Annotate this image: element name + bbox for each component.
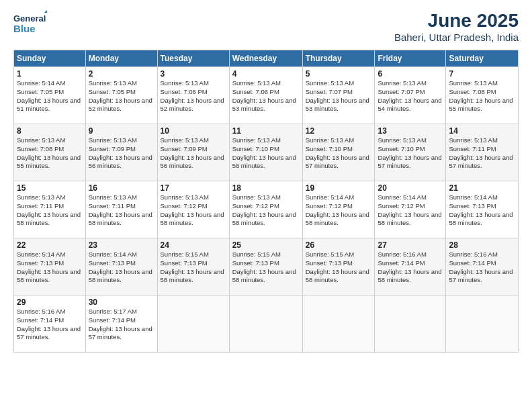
day-number: 6 (378, 69, 443, 79)
day-number: 20 (378, 183, 443, 193)
day-info: Sunrise: 5:13 AM Sunset: 7:05 PM Dayligh… (89, 79, 154, 113)
calendar-cell: 16 Sunrise: 5:13 AM Sunset: 7:11 PM Dayl… (85, 181, 157, 238)
day-info: Sunrise: 5:13 AM Sunset: 7:10 PM Dayligh… (378, 136, 443, 171)
calendar-row: 22 Sunrise: 5:14 AM Sunset: 7:13 PM Dayl… (14, 238, 519, 295)
calendar-cell: 13 Sunrise: 5:13 AM Sunset: 7:10 PM Dayl… (375, 124, 446, 181)
day-number: 13 (378, 126, 443, 136)
day-number: 26 (306, 240, 372, 250)
svg-text:Blue: Blue (13, 23, 36, 34)
calendar-table: Sunday Monday Tuesday Wednesday Thursday… (13, 50, 519, 353)
calendar-cell: 14 Sunrise: 5:13 AM Sunset: 7:11 PM Dayl… (446, 124, 519, 181)
col-thursday: Thursday (302, 50, 375, 67)
day-info: Sunrise: 5:15 AM Sunset: 7:13 PM Dayligh… (161, 250, 226, 285)
calendar-cell: 9 Sunrise: 5:13 AM Sunset: 7:09 PM Dayli… (85, 124, 157, 181)
calendar-row: 29 Sunrise: 5:16 AM Sunset: 7:14 PM Dayl… (14, 295, 519, 353)
location-title: Baheri, Uttar Pradesh, India (394, 32, 519, 43)
day-number: 22 (17, 240, 83, 250)
calendar-cell: 5 Sunrise: 5:13 AM Sunset: 7:07 PM Dayli… (302, 67, 375, 124)
calendar-cell: 29 Sunrise: 5:16 AM Sunset: 7:14 PM Dayl… (14, 295, 86, 353)
calendar-cell: 12 Sunrise: 5:13 AM Sunset: 7:10 PM Dayl… (302, 124, 375, 181)
day-number: 11 (232, 126, 300, 136)
logo-svg: General Blue (13, 10, 47, 37)
day-number: 17 (161, 183, 226, 193)
day-info: Sunrise: 5:15 AM Sunset: 7:13 PM Dayligh… (232, 250, 300, 285)
day-number: 2 (89, 69, 154, 79)
day-number: 3 (161, 69, 226, 79)
calendar-cell: 3 Sunrise: 5:13 AM Sunset: 7:06 PM Dayli… (157, 67, 229, 124)
day-info: Sunrise: 5:13 AM Sunset: 7:06 PM Dayligh… (161, 79, 226, 113)
calendar-cell (229, 295, 302, 353)
calendar-cell: 30 Sunrise: 5:17 AM Sunset: 7:14 PM Dayl… (85, 295, 157, 353)
day-info: Sunrise: 5:13 AM Sunset: 7:06 PM Dayligh… (232, 79, 300, 113)
calendar-row: 15 Sunrise: 5:13 AM Sunset: 7:11 PM Dayl… (14, 181, 519, 238)
day-info: Sunrise: 5:13 AM Sunset: 7:11 PM Dayligh… (89, 193, 154, 228)
day-info: Sunrise: 5:14 AM Sunset: 7:12 PM Dayligh… (378, 193, 443, 228)
day-number: 28 (449, 240, 515, 250)
day-number: 25 (232, 240, 300, 250)
day-info: Sunrise: 5:17 AM Sunset: 7:14 PM Dayligh… (89, 308, 154, 342)
day-info: Sunrise: 5:13 AM Sunset: 7:11 PM Dayligh… (17, 193, 83, 228)
calendar-cell (446, 295, 519, 353)
day-info: Sunrise: 5:14 AM Sunset: 7:12 PM Dayligh… (306, 193, 372, 228)
month-year-title: June 2025 (394, 10, 519, 32)
day-info: Sunrise: 5:13 AM Sunset: 7:09 PM Dayligh… (161, 136, 226, 171)
calendar-cell: 18 Sunrise: 5:13 AM Sunset: 7:12 PM Dayl… (229, 181, 302, 238)
col-tuesday: Tuesday (157, 50, 229, 67)
day-number: 8 (17, 126, 83, 136)
day-info: Sunrise: 5:13 AM Sunset: 7:09 PM Dayligh… (89, 136, 154, 171)
logo: General Blue (13, 10, 47, 37)
day-info: Sunrise: 5:15 AM Sunset: 7:13 PM Dayligh… (306, 250, 372, 285)
calendar-cell: 1 Sunrise: 5:14 AM Sunset: 7:05 PM Dayli… (14, 67, 86, 124)
col-wednesday: Wednesday (229, 50, 302, 67)
day-info: Sunrise: 5:13 AM Sunset: 7:08 PM Dayligh… (449, 79, 515, 113)
col-sunday: Sunday (14, 50, 86, 67)
col-friday: Friday (375, 50, 446, 67)
calendar-row: 8 Sunrise: 5:13 AM Sunset: 7:08 PM Dayli… (14, 124, 519, 181)
day-info: Sunrise: 5:13 AM Sunset: 7:10 PM Dayligh… (306, 136, 372, 171)
day-info: Sunrise: 5:14 AM Sunset: 7:13 PM Dayligh… (449, 193, 515, 228)
calendar-cell: 24 Sunrise: 5:15 AM Sunset: 7:13 PM Dayl… (157, 238, 229, 295)
calendar-cell (157, 295, 229, 353)
day-number: 16 (89, 183, 154, 193)
day-number: 9 (89, 126, 154, 136)
day-info: Sunrise: 5:16 AM Sunset: 7:14 PM Dayligh… (378, 250, 443, 285)
day-number: 14 (449, 126, 515, 136)
day-number: 23 (89, 240, 154, 250)
day-info: Sunrise: 5:13 AM Sunset: 7:11 PM Dayligh… (449, 136, 515, 171)
calendar-cell: 17 Sunrise: 5:13 AM Sunset: 7:12 PM Dayl… (157, 181, 229, 238)
svg-marker-2 (44, 10, 47, 13)
calendar-cell: 2 Sunrise: 5:13 AM Sunset: 7:05 PM Dayli… (85, 67, 157, 124)
day-number: 19 (306, 183, 372, 193)
day-info: Sunrise: 5:13 AM Sunset: 7:12 PM Dayligh… (232, 193, 300, 228)
calendar-cell: 27 Sunrise: 5:16 AM Sunset: 7:14 PM Dayl… (375, 238, 446, 295)
day-number: 12 (306, 126, 372, 136)
calendar-cell: 19 Sunrise: 5:14 AM Sunset: 7:12 PM Dayl… (302, 181, 375, 238)
calendar-cell: 28 Sunrise: 5:16 AM Sunset: 7:14 PM Dayl… (446, 238, 519, 295)
calendar-header-row: Sunday Monday Tuesday Wednesday Thursday… (14, 50, 519, 67)
svg-text:General: General (13, 13, 46, 24)
calendar-cell: 8 Sunrise: 5:13 AM Sunset: 7:08 PM Dayli… (14, 124, 86, 181)
day-info: Sunrise: 5:14 AM Sunset: 7:13 PM Dayligh… (89, 250, 154, 285)
calendar-cell: 11 Sunrise: 5:13 AM Sunset: 7:10 PM Dayl… (229, 124, 302, 181)
day-number: 24 (161, 240, 226, 250)
day-info: Sunrise: 5:13 AM Sunset: 7:07 PM Dayligh… (306, 79, 372, 113)
day-info: Sunrise: 5:13 AM Sunset: 7:12 PM Dayligh… (161, 193, 226, 228)
day-info: Sunrise: 5:14 AM Sunset: 7:13 PM Dayligh… (17, 250, 83, 285)
day-info: Sunrise: 5:13 AM Sunset: 7:08 PM Dayligh… (17, 136, 83, 171)
day-info: Sunrise: 5:16 AM Sunset: 7:14 PM Dayligh… (449, 250, 515, 285)
day-number: 1 (17, 69, 83, 79)
day-number: 4 (232, 69, 300, 79)
calendar-cell: 10 Sunrise: 5:13 AM Sunset: 7:09 PM Dayl… (157, 124, 229, 181)
calendar-cell: 22 Sunrise: 5:14 AM Sunset: 7:13 PM Dayl… (14, 238, 86, 295)
day-info: Sunrise: 5:13 AM Sunset: 7:07 PM Dayligh… (378, 79, 443, 113)
day-info: Sunrise: 5:13 AM Sunset: 7:10 PM Dayligh… (232, 136, 300, 171)
day-number: 27 (378, 240, 443, 250)
day-number: 30 (89, 298, 154, 307)
day-number: 18 (232, 183, 300, 193)
calendar-cell: 4 Sunrise: 5:13 AM Sunset: 7:06 PM Dayli… (229, 67, 302, 124)
calendar-cell: 6 Sunrise: 5:13 AM Sunset: 7:07 PM Dayli… (375, 67, 446, 124)
calendar-cell (302, 295, 375, 353)
day-number: 7 (449, 69, 515, 79)
day-number: 5 (306, 69, 372, 79)
col-monday: Monday (85, 50, 157, 67)
